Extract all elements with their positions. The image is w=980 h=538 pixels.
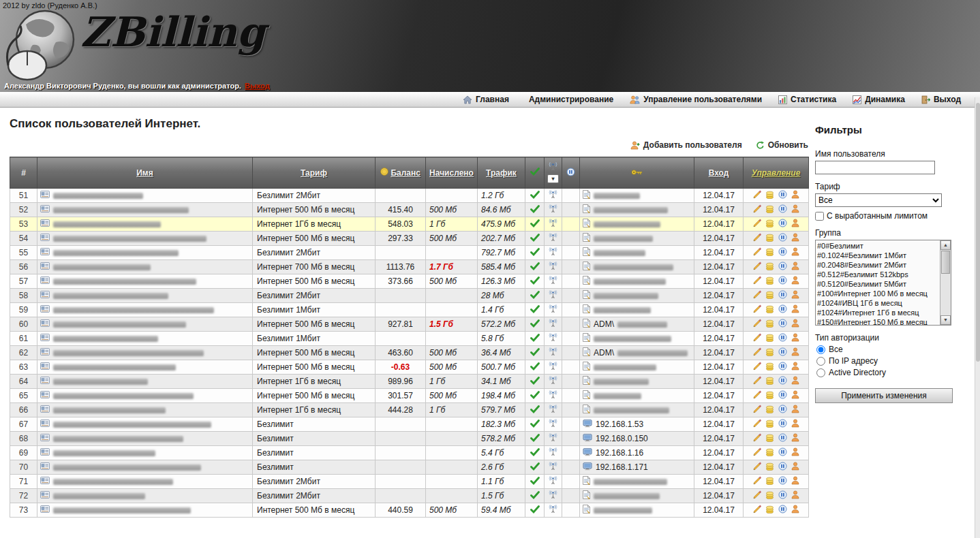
auth-type-option[interactable]: Active Directory: [816, 368, 970, 377]
antenna-icon[interactable]: [548, 506, 558, 516]
edit-icon[interactable]: [752, 262, 761, 272]
col-header-name[interactable]: Имя: [136, 168, 153, 178]
tariff-select[interactable]: Все: [815, 193, 942, 207]
user-name-redacted[interactable]: [53, 450, 155, 456]
suspend-icon[interactable]: [778, 219, 787, 230]
antenna-icon[interactable]: [548, 249, 558, 258]
payment-icon[interactable]: [765, 462, 774, 473]
user-name-redacted[interactable]: [53, 307, 214, 313]
idcard-icon[interactable]: [40, 420, 50, 429]
auth-type-radio[interactable]: [816, 357, 825, 366]
payment-icon[interactable]: [765, 448, 774, 458]
antenna-icon[interactable]: [548, 277, 558, 287]
idcard-icon[interactable]: [40, 434, 50, 443]
user-card-icon[interactable]: [791, 390, 799, 401]
payment-icon[interactable]: [765, 319, 774, 330]
suspend-icon[interactable]: [778, 462, 787, 473]
user-card-icon[interactable]: [791, 333, 799, 344]
antenna-icon[interactable]: [548, 306, 558, 315]
group-option[interactable]: #1024#ИВЦ 1Гб в месяц: [817, 298, 938, 308]
user-card-icon[interactable]: [791, 219, 799, 230]
idcard-icon[interactable]: [40, 462, 50, 472]
user-card-icon[interactable]: [791, 362, 799, 373]
col-header-traffic[interactable]: Трафик: [486, 168, 517, 178]
edit-icon[interactable]: [752, 362, 761, 373]
group-listbox[interactable]: #0#Безлимит#0.1024#Безлимит 1Мбит#0.2048…: [815, 240, 951, 326]
idcard-icon[interactable]: [40, 191, 50, 200]
user-card-icon[interactable]: [791, 262, 799, 272]
idcard-icon[interactable]: [40, 262, 50, 272]
suspend-icon[interactable]: [778, 333, 787, 344]
user-name-redacted[interactable]: [53, 293, 168, 299]
payment-icon[interactable]: [765, 391, 774, 401]
antenna-icon[interactable]: [548, 363, 558, 373]
idcard-icon[interactable]: [40, 505, 50, 515]
limit-filter-checkbox[interactable]: С выработанным лимитом: [815, 211, 970, 221]
suspend-icon[interactable]: [778, 190, 787, 201]
auth-type-radio[interactable]: [816, 368, 825, 377]
idcard-icon[interactable]: [40, 405, 50, 415]
payment-icon[interactable]: [765, 219, 774, 230]
payment-icon[interactable]: [765, 334, 774, 344]
payment-icon[interactable]: [765, 491, 774, 501]
antenna-icon[interactable]: [548, 406, 558, 415]
payment-icon[interactable]: [765, 248, 774, 258]
user-card-icon[interactable]: [791, 405, 799, 415]
user-card-icon[interactable]: [791, 376, 799, 387]
suspend-icon[interactable]: [778, 376, 787, 387]
group-option[interactable]: #0.5120#Безлимит 5Мбит: [817, 279, 938, 289]
idcard-icon[interactable]: [40, 276, 50, 286]
suspend-icon[interactable]: [778, 390, 787, 401]
idcard-icon[interactable]: [40, 362, 50, 372]
antenna-icon[interactable]: [548, 291, 558, 301]
payment-icon[interactable]: [765, 477, 774, 487]
nav-item-exit[interactable]: Выход: [921, 95, 961, 104]
auth-type-radio[interactable]: [816, 345, 825, 354]
user-card-icon[interactable]: [791, 476, 799, 487]
page-scrollbar-thumb[interactable]: [976, 103, 980, 362]
idcard-icon[interactable]: [40, 248, 50, 257]
suspend-icon[interactable]: [778, 405, 787, 415]
edit-icon[interactable]: [752, 433, 761, 444]
edit-icon[interactable]: [752, 390, 761, 401]
idcard-icon[interactable]: [40, 377, 50, 386]
group-option[interactable]: #0#Безлимит: [817, 241, 938, 251]
antenna-icon[interactable]: [548, 377, 558, 387]
edit-icon[interactable]: [752, 219, 761, 230]
user-name-redacted[interactable]: [53, 264, 151, 270]
page-scrollbar[interactable]: [975, 97, 980, 538]
antenna-icon[interactable]: [548, 334, 558, 344]
idcard-icon[interactable]: [40, 205, 50, 215]
user-card-icon[interactable]: [791, 304, 799, 315]
idcard-icon[interactable]: [40, 348, 50, 358]
col-header-accrued[interactable]: Начислено: [429, 168, 474, 178]
suspend-icon[interactable]: [778, 447, 787, 458]
user-card-icon[interactable]: [791, 505, 799, 516]
scroll-down-arrow-icon[interactable]: ▼: [940, 315, 951, 325]
edit-icon[interactable]: [752, 490, 761, 501]
antenna-icon[interactable]: [548, 492, 558, 501]
edit-icon[interactable]: [752, 276, 761, 287]
edit-icon[interactable]: [752, 333, 761, 344]
user-name-redacted[interactable]: [53, 422, 211, 428]
antenna-icon[interactable]: [548, 263, 558, 272]
suspend-icon[interactable]: [778, 490, 787, 501]
refresh-button[interactable]: Обновить: [756, 140, 808, 150]
antenna-icon[interactable]: [548, 477, 558, 487]
payment-icon[interactable]: [765, 234, 774, 244]
user-name-redacted[interactable]: [53, 207, 189, 213]
user-card-icon[interactable]: [791, 490, 799, 501]
user-card-icon[interactable]: [791, 233, 799, 244]
edit-icon[interactable]: [752, 505, 761, 516]
edit-icon[interactable]: [752, 376, 761, 387]
user-name-redacted[interactable]: [53, 350, 204, 356]
suspend-icon[interactable]: [778, 290, 787, 301]
payment-icon[interactable]: [765, 191, 774, 201]
antenna-icon[interactable]: [548, 449, 558, 458]
group-option[interactable]: #100#Интернет 100 Мб в месяц: [817, 289, 938, 298]
nav-item-users[interactable]: Управление пользователями: [630, 95, 762, 104]
user-card-icon[interactable]: [791, 419, 799, 430]
auth-type-option[interactable]: По IP адресу: [816, 356, 970, 366]
col-header-login[interactable]: Вход: [709, 168, 729, 178]
user-name-redacted[interactable]: [53, 464, 201, 471]
